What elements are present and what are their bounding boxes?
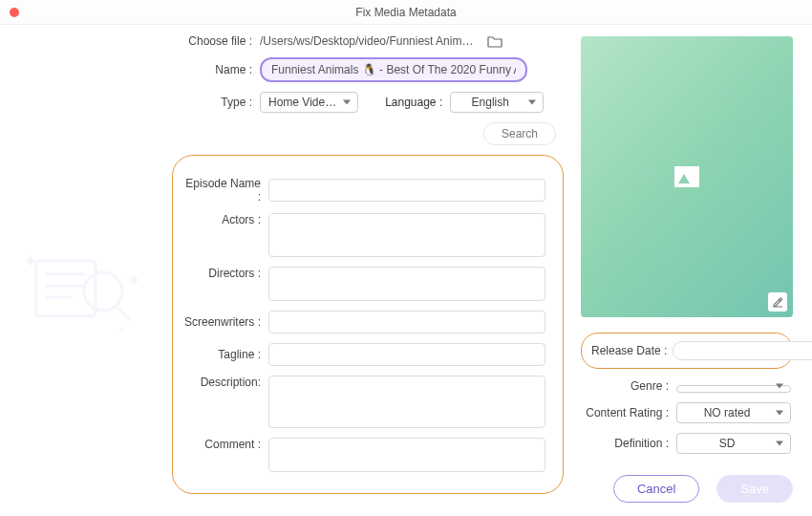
footer-buttons: Cancel Save xyxy=(581,475,793,503)
row-definition: Definition : SD xyxy=(581,433,793,454)
row-search: Search xyxy=(172,122,564,145)
titlebar: Fix Media Metadata xyxy=(0,0,812,25)
content-rating-label: Content Rating : xyxy=(581,406,669,419)
svg-marker-8 xyxy=(118,326,126,333)
side-metadata: Release Date : Genre : Content Rating : … xyxy=(581,333,793,454)
description-label: Description: xyxy=(181,376,261,389)
definition-label: Definition : xyxy=(581,437,669,450)
row-content-rating: Content Rating : NO rated xyxy=(581,402,793,423)
tagline-label: Tagline : xyxy=(181,348,261,361)
save-button[interactable]: Save xyxy=(716,475,793,503)
row-genre: Genre : xyxy=(581,378,793,393)
window-title: Fix Media Metadata xyxy=(355,6,456,19)
folder-icon[interactable] xyxy=(487,34,502,48)
tagline-input[interactable] xyxy=(268,343,545,366)
type-select[interactable]: Home Vide… xyxy=(260,92,358,113)
directors-input[interactable] xyxy=(268,267,545,301)
language-label: Language : xyxy=(385,96,442,109)
name-label: Name : xyxy=(172,63,252,76)
file-path-text: /Users/ws/Desktop/video/Funniest Animals… xyxy=(260,34,480,48)
image-placeholder-icon xyxy=(674,166,699,187)
directors-label: Directors : xyxy=(181,267,261,280)
name-input[interactable] xyxy=(260,57,527,82)
definition-select[interactable]: SD xyxy=(676,433,791,454)
row-screenwriters: Screenwriters : xyxy=(181,311,545,333)
close-window-dot[interactable] xyxy=(10,8,19,17)
row-episode-name: Episode Name : xyxy=(181,177,545,204)
svg-marker-7 xyxy=(128,274,139,286)
actors-label: Actors : xyxy=(181,213,261,226)
row-directors: Directors : xyxy=(181,267,545,301)
release-date-input[interactable] xyxy=(673,341,812,360)
form-left-column: Choose file : /Users/ws/Desktop/video/Fu… xyxy=(172,34,564,506)
episode-name-label: Episode Name : xyxy=(181,177,261,204)
screenwriters-input[interactable] xyxy=(268,311,545,333)
comment-input[interactable] xyxy=(268,438,545,472)
type-label: Type : xyxy=(172,96,252,109)
actors-input[interactable] xyxy=(268,213,545,257)
language-select[interactable]: English xyxy=(450,92,544,113)
comment-label: Comment : xyxy=(181,438,261,451)
description-input[interactable] xyxy=(268,376,545,428)
genre-select[interactable] xyxy=(676,385,791,393)
cancel-button[interactable]: Cancel xyxy=(613,475,699,503)
form-right-column: Release Date : Genre : Content Rating : … xyxy=(581,34,793,506)
main-area: Choose file : /Users/ws/Desktop/video/Fu… xyxy=(172,25,812,516)
choose-file-label: Choose file : xyxy=(172,34,252,48)
row-comment: Comment : xyxy=(181,438,545,472)
svg-rect-0 xyxy=(36,261,96,316)
preview-pane xyxy=(581,36,793,317)
svg-line-5 xyxy=(117,307,130,320)
row-description: Description: xyxy=(181,376,545,428)
edit-preview-button[interactable] xyxy=(768,292,787,312)
content-rating-select[interactable]: NO rated xyxy=(676,402,791,423)
screenwriters-label: Screenwriters : xyxy=(181,315,261,329)
row-name: Name : xyxy=(172,57,564,82)
row-tagline: Tagline : xyxy=(181,343,545,366)
edit-icon xyxy=(772,296,783,308)
episode-name-input[interactable] xyxy=(268,179,545,202)
svg-point-4 xyxy=(84,272,122,311)
content: Choose file : /Users/ws/Desktop/video/Fu… xyxy=(0,25,812,516)
release-date-label: Release Date : xyxy=(591,344,667,357)
search-button[interactable]: Search xyxy=(483,122,556,145)
left-decor xyxy=(0,25,172,516)
row-type-lang: Type : Home Vide… Language : English xyxy=(172,92,564,113)
row-choose-file: Choose file : /Users/ws/Desktop/video/Fu… xyxy=(172,34,564,48)
genre-label: Genre : xyxy=(581,379,669,393)
metadata-fieldset: Episode Name : Actors : Directors : Scre… xyxy=(172,155,564,494)
row-actors: Actors : xyxy=(181,213,545,257)
row-release-date: Release Date : xyxy=(581,333,793,369)
